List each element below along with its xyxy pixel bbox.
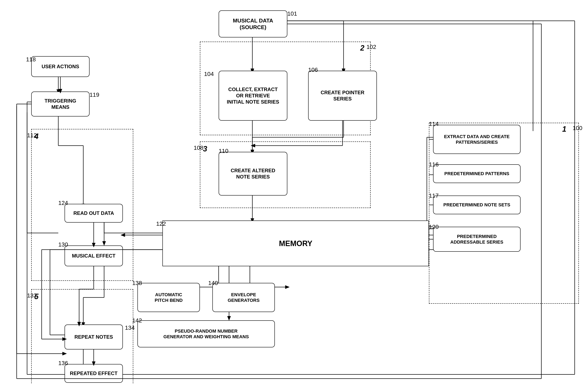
create-altered-box: CREATE ALTEREDNOTE SERIES bbox=[219, 152, 287, 195]
ref-118: 118 bbox=[26, 56, 36, 63]
envelope-generators-box: ENVELOPEGENERATORS bbox=[212, 283, 275, 312]
ref-116: 116 bbox=[429, 161, 439, 168]
ref-134: 134 bbox=[125, 325, 135, 331]
musical-effect-label: MUSICAL EFFECT bbox=[72, 253, 116, 259]
extract-data-label: EXTRACT DATA AND CREATEPATTERNS/SERIES bbox=[444, 134, 510, 145]
predetermined-addressable-label: PREDETERMINEDADDRESSABLE SERIES bbox=[450, 234, 503, 245]
triggering-means-label: TRIGGERINGMEANS bbox=[44, 98, 76, 110]
automatic-pitch-bend-box: AUTOMATICPITCH BEND bbox=[137, 283, 200, 312]
repeat-notes-box: REPEAT NOTES bbox=[64, 325, 123, 349]
memory-box: MEMORY bbox=[162, 220, 429, 266]
ref-114: 114 bbox=[429, 121, 439, 127]
collect-extract-box: COLLECT, EXTRACTOR RETRIEVEINITIAL NOTE … bbox=[219, 71, 287, 121]
region-ref-112: 112 bbox=[27, 132, 37, 139]
region-label-1: 1 bbox=[562, 125, 566, 134]
region-ref-108: 108 bbox=[194, 145, 203, 151]
predetermined-note-sets-box: PREDETERMINED NOTE SETS bbox=[433, 195, 521, 214]
ref-136: 136 bbox=[58, 360, 68, 366]
ref-104: 104 bbox=[204, 71, 214, 77]
ref-110: 110 bbox=[219, 148, 229, 154]
ref-124: 124 bbox=[58, 200, 68, 206]
automatic-pitch-bend-label: AUTOMATICPITCH BEND bbox=[155, 292, 183, 303]
region-label-2: 2 bbox=[360, 44, 364, 52]
region-ref-132: 132 bbox=[27, 292, 37, 299]
create-altered-label: CREATE ALTEREDNOTE SERIES bbox=[231, 168, 275, 180]
predetermined-patterns-box: PREDETERMINED PATTERNS bbox=[433, 164, 521, 183]
ref-101: 101 bbox=[287, 10, 297, 17]
region-ref-102: 102 bbox=[366, 44, 376, 50]
user-actions-box: USER ACTIONS bbox=[31, 56, 89, 77]
triggering-means-box: TRIGGERINGMEANS bbox=[31, 92, 89, 116]
musical-data-source-label: MUSICAL DATA(SOURCE) bbox=[233, 17, 273, 31]
repeated-effect-box: REPEATED EFFECT bbox=[64, 364, 123, 383]
create-pointer-series-label: CREATE POINTERSERIES bbox=[321, 89, 364, 102]
ref-122: 122 bbox=[156, 220, 166, 227]
read-out-data-label: READ OUT DATA bbox=[73, 210, 114, 216]
collect-extract-label: COLLECT, EXTRACTOR RETRIEVEINITIAL NOTE … bbox=[227, 86, 279, 105]
ref-106: 106 bbox=[308, 67, 318, 73]
ref-119: 119 bbox=[89, 92, 99, 98]
repeated-effect-label: REPEATED EFFECT bbox=[70, 370, 118, 377]
repeat-notes-label: REPEAT NOTES bbox=[75, 334, 113, 340]
pseudo-random-box: PSEUDO-RANDOM NUMBERGENERATOR AND WEIGHT… bbox=[137, 320, 275, 347]
ref-130: 130 bbox=[58, 241, 68, 248]
diagram: 1 100 2 102 3 108 4 112 5 132 MUSICAL DA… bbox=[0, 0, 588, 384]
envelope-generators-label: ENVELOPEGENERATORS bbox=[228, 292, 259, 303]
pseudo-random-label: PSEUDO-RANDOM NUMBERGENERATOR AND WEIGHT… bbox=[164, 328, 249, 340]
extract-data-box: EXTRACT DATA AND CREATEPATTERNS/SERIES bbox=[433, 125, 521, 154]
region-ref-100: 100 bbox=[573, 125, 582, 132]
ref-120: 120 bbox=[429, 224, 439, 230]
musical-data-source-box: MUSICAL DATA(SOURCE) bbox=[219, 10, 287, 38]
read-out-data-box: READ OUT DATA bbox=[64, 204, 123, 223]
create-pointer-series-box: CREATE POINTERSERIES bbox=[308, 71, 377, 121]
predetermined-patterns-label: PREDETERMINED PATTERNS bbox=[444, 171, 509, 177]
user-actions-label: USER ACTIONS bbox=[42, 63, 79, 70]
musical-effect-box: MUSICAL EFFECT bbox=[64, 246, 123, 266]
ref-138: 138 bbox=[132, 280, 142, 287]
memory-label: MEMORY bbox=[279, 239, 313, 248]
region-label-3: 3 bbox=[203, 145, 207, 153]
predetermined-addressable-box: PREDETERMINEDADDRESSABLE SERIES bbox=[433, 227, 521, 252]
svg-marker-31 bbox=[285, 285, 289, 289]
ref-117: 117 bbox=[429, 192, 439, 199]
svg-marker-33 bbox=[227, 316, 231, 320]
predetermined-note-sets-label: PREDETERMINED NOTE SETS bbox=[443, 202, 510, 208]
ref-140: 140 bbox=[208, 280, 218, 287]
ref-142: 142 bbox=[132, 317, 142, 324]
